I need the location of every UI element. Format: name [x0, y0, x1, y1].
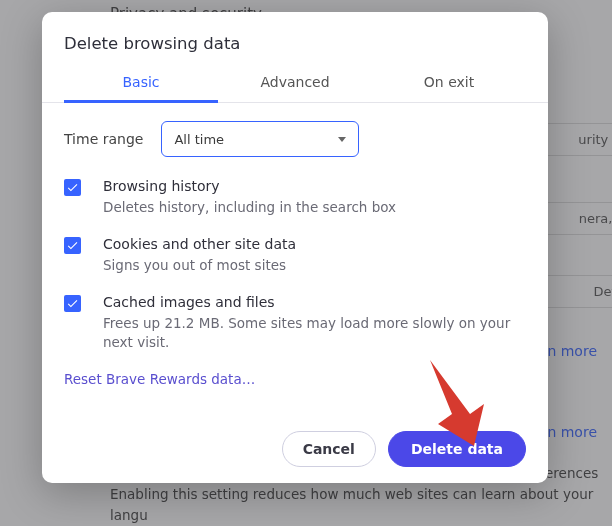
- dialog-title: Delete browsing data: [64, 34, 526, 53]
- item-title: Cached images and files: [103, 293, 526, 313]
- cancel-button[interactable]: Cancel: [282, 431, 376, 467]
- data-type-list: Browsing history Deletes history, includ…: [64, 177, 526, 353]
- item-title: Cookies and other site data: [103, 235, 296, 255]
- chevron-down-icon: [338, 137, 346, 142]
- tab-basic[interactable]: Basic: [64, 65, 218, 103]
- time-range-value: All time: [174, 132, 224, 147]
- checkbox-cookies[interactable]: [64, 237, 81, 254]
- list-item: Cookies and other site data Signs you ou…: [64, 235, 526, 275]
- time-range-select[interactable]: All time: [161, 121, 359, 157]
- delete-data-button[interactable]: Delete data: [388, 431, 526, 467]
- check-icon: [66, 181, 79, 194]
- dialog-footer: Cancel Delete data: [64, 419, 526, 467]
- item-desc: Signs you out of most sites: [103, 256, 296, 276]
- delete-browsing-data-dialog: Delete browsing data Basic Advanced On e…: [42, 12, 548, 483]
- reset-rewards-link[interactable]: Reset Brave Rewards data…: [64, 371, 526, 387]
- item-desc: Frees up 21.2 MB. Some sites may load mo…: [103, 314, 526, 353]
- checkbox-browsing-history[interactable]: [64, 179, 81, 196]
- item-title: Browsing history: [103, 177, 396, 197]
- time-range-row: Time range All time: [64, 121, 526, 157]
- list-item: Browsing history Deletes history, includ…: [64, 177, 526, 217]
- item-desc: Deletes history, including in the search…: [103, 198, 396, 218]
- checkbox-cache[interactable]: [64, 295, 81, 312]
- list-item: Cached images and files Frees up 21.2 MB…: [64, 293, 526, 353]
- tab-on-exit[interactable]: On exit: [372, 65, 526, 102]
- time-range-label: Time range: [64, 131, 143, 147]
- tabs: Basic Advanced On exit: [42, 65, 548, 103]
- check-icon: [66, 239, 79, 252]
- tab-advanced[interactable]: Advanced: [218, 65, 372, 102]
- check-icon: [66, 297, 79, 310]
